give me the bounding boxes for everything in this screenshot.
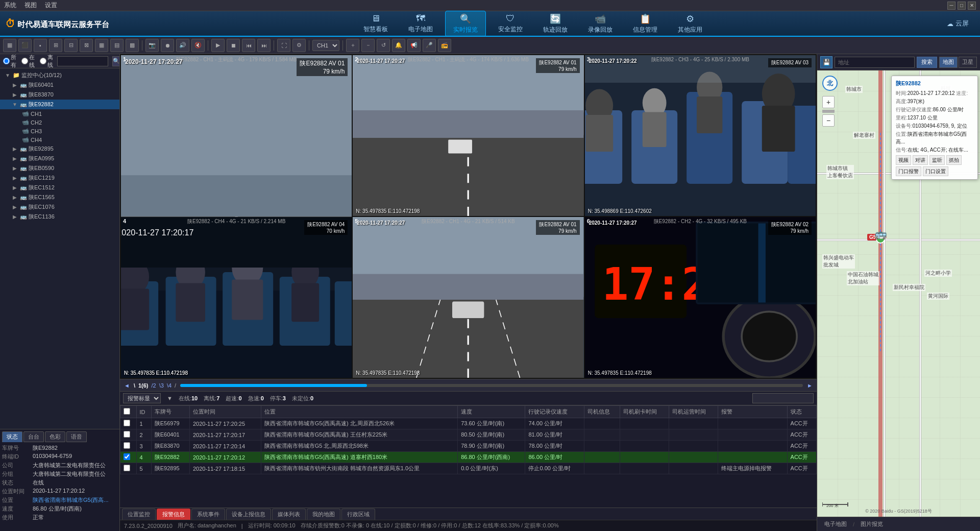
vid-prev-btn[interactable]: ◄	[124, 382, 130, 389]
menu-view[interactable]: 视图	[24, 1, 37, 10]
table-row[interactable]: 1 陕E56979 2020-11-27 17:20:25 陕西省渭南市韩城市G…	[120, 418, 817, 429]
nav-smart-view[interactable]: 🖥 智慧看板	[355, 11, 396, 37]
table-row[interactable]: 3 陕E83870 2020-11-27 17:20:14 陕西省渭南市韩城市G…	[120, 441, 817, 452]
tb-prev[interactable]: ⏮	[242, 39, 255, 52]
tree-toggle-ec1136[interactable]: ▶	[11, 214, 18, 220]
page-1[interactable]: 1(6)	[138, 382, 149, 389]
row-checkbox-2[interactable]	[124, 431, 130, 438]
tb-alarm[interactable]: 🔔	[392, 39, 405, 52]
map-bottom-tab-photos[interactable]: 图片报览	[856, 519, 887, 529]
row-checkbox-5[interactable]	[124, 465, 130, 471]
sidebar-search-button[interactable]: 🔍	[112, 56, 120, 66]
tb-speaker[interactable]: 📢	[407, 39, 421, 52]
tb-play[interactable]: ▶	[211, 39, 225, 52]
row-checkbox-1[interactable]	[124, 420, 130, 426]
info-tab-color[interactable]: 色彩	[45, 431, 65, 442]
map-zoom-in[interactable]: +	[822, 96, 835, 108]
tree-toggle-ec92882[interactable]: ▼	[11, 102, 18, 107]
info-val-pos[interactable]: 陕西省渭南市韩城市G5(西高...	[33, 496, 117, 504]
video-cell-2[interactable]: 2 陕E92882 - CH1 - 主码流 - 4G - 174 KB/S / …	[353, 55, 583, 216]
nav-info-manage[interactable]: 📋 信息管理	[625, 11, 666, 37]
radio-online[interactable]: 在线	[21, 54, 35, 69]
tree-toggle-root[interactable]: ▼	[4, 73, 11, 78]
video-cell-6[interactable]: 17:28	[585, 217, 816, 378]
tb-next[interactable]: ⏭	[257, 39, 271, 52]
info-tab-status[interactable]: 状态	[2, 431, 22, 442]
table-row[interactable]: 5 陕E92895 2020-11-27 17:18:15 陕西省渭南市韩城市钫…	[120, 463, 817, 474]
tree-node-ea0995[interactable]: ▶ 🚌 陕EA0995	[0, 154, 119, 163]
tb-btn-7[interactable]: ▦	[95, 39, 108, 52]
page-3[interactable]: \3	[159, 382, 164, 389]
tb-mute[interactable]: 🔇	[191, 39, 205, 52]
tree-node-ec92882[interactable]: ▼ 🚌 陕E92882	[0, 100, 119, 109]
tree-node-ec1512[interactable]: ▶ 🚌 陕EC1512	[0, 183, 119, 192]
map-zoom-out[interactable]: −	[822, 114, 835, 127]
tb-stop[interactable]: ⏹	[227, 39, 240, 52]
tree-node-ec1219[interactable]: ▶ 🚌 陕EC1219	[0, 173, 119, 183]
tb-add[interactable]: ＋	[346, 39, 359, 52]
close-button[interactable]: ✕	[968, 2, 976, 10]
tree-toggle-ec1076[interactable]: ▶	[11, 204, 18, 210]
tb-btn-9[interactable]: ▩	[126, 39, 139, 52]
map-area[interactable]: 韩城市 科技 解老寨村 坡村 韩城市镇上客餐饮店 韩兴盛电动车批发城 中国石油韩…	[817, 70, 980, 517]
video-cell-4[interactable]: 2020-11-27 17:20:17 4 陕E92882 - CH4 - 4G…	[121, 217, 352, 378]
tree-toggle-ec1565[interactable]: ▶	[11, 195, 18, 200]
tree-node-ec92895[interactable]: ▶ 🚌 陕E92895	[0, 144, 119, 154]
popup-btn-door-settings[interactable]: 门口设置	[923, 166, 948, 176]
tb-ptt[interactable]: 📻	[438, 39, 451, 52]
progress-bar[interactable]	[180, 384, 803, 387]
btab-my-map[interactable]: 我的地图	[307, 509, 340, 520]
tb-fullscreen[interactable]: ⛶	[277, 39, 290, 52]
tb-btn-2[interactable]: ⬛	[18, 39, 32, 52]
table-row-selected[interactable]: 4 陕E92882 2020-11-27 17:20:12 陕西省渭南市韩城市G…	[120, 452, 817, 463]
tb-refresh[interactable]: ↺	[377, 39, 390, 52]
popup-btn-snapshot[interactable]: 抓拍	[946, 155, 962, 165]
menu-settings[interactable]: 设置	[45, 1, 57, 10]
alarm-search-input[interactable]	[752, 393, 814, 403]
row-checkbox-3[interactable]	[124, 442, 130, 449]
tree-toggle-ec1512[interactable]: ▶	[11, 185, 18, 190]
btab-admin-region[interactable]: 行政区域	[341, 509, 375, 520]
tb-btn-6[interactable]: ⊠	[80, 39, 93, 52]
tb-intercom[interactable]: 🎤	[423, 39, 436, 52]
tb-sound[interactable]: 🔊	[176, 39, 189, 52]
cloud-screen-button[interactable]: ☁ 云屏	[941, 17, 975, 30]
tb-snapshot[interactable]: 📷	[145, 39, 159, 52]
nav-realtime[interactable]: 🔍 实时报览	[445, 11, 486, 37]
tb-btn-8[interactable]: ▤	[110, 39, 124, 52]
btab-device-upload[interactable]: 设备上报信息	[226, 509, 271, 520]
map-search-button[interactable]: 搜索	[917, 57, 937, 68]
tree-toggle-ec83870[interactable]: ▶	[11, 92, 18, 98]
gps-pin-vehicle[interactable]: 🚌	[875, 229, 886, 239]
map-save-button[interactable]: 💾	[820, 56, 832, 68]
btab-alarm-info[interactable]: 报警信息	[157, 509, 190, 520]
vid-next-btn[interactable]: ►	[807, 382, 813, 389]
nav-track-back[interactable]: 🔄 轨迹回放	[535, 11, 576, 37]
page-2[interactable]: /2	[152, 382, 156, 389]
tree-node-ch4[interactable]: 📹 CH4	[0, 135, 119, 144]
video-cell-5[interactable]: 5 陕E92882 - CH1 - 4G - 21 KB/S / 514 KB …	[353, 217, 583, 378]
tree-node-ch2[interactable]: 📹 CH2	[0, 118, 119, 127]
tree-toggle-ec1219[interactable]: ▶	[11, 175, 18, 181]
maximize-button[interactable]: □	[958, 2, 966, 10]
btab-system-events[interactable]: 系统事件	[191, 509, 225, 520]
popup-btn-video[interactable]: 视频	[896, 155, 911, 165]
btab-media-list[interactable]: 媒体列表	[272, 509, 306, 520]
tb-record[interactable]: ⏺	[161, 39, 174, 52]
tree-node-ec83870[interactable]: ▶ 🚌 陕E83870	[0, 90, 119, 100]
nav-other-apps[interactable]: ⚙ 其他应用	[670, 11, 710, 37]
tree-toggle-eb0590[interactable]: ▶	[11, 165, 18, 171]
row-checkbox-4[interactable]	[124, 453, 130, 460]
nav-safe-monitor[interactable]: 🛡 安全监控	[490, 11, 531, 37]
info-tab-platform[interactable]: 台台	[23, 431, 44, 442]
map-bottom-tab-emap[interactable]: 电子地图	[820, 519, 851, 529]
page-4[interactable]: \4	[167, 382, 172, 389]
radio-all[interactable]: 所有	[3, 54, 16, 69]
tree-toggle-ec60401[interactable]: ▶	[11, 82, 18, 88]
nav-e-map[interactable]: 🗺 电子地图	[400, 11, 441, 37]
map-search-input[interactable]	[835, 57, 915, 68]
tb-settings[interactable]: ⚙	[292, 39, 306, 52]
btab-location-monitor[interactable]: 位置监控	[122, 509, 156, 520]
table-row[interactable]: 2 陕E60401 2020-11-27 17:20:17 陕西省渭南市韩城市G…	[120, 429, 817, 441]
tree-node-ch3[interactable]: 📹 CH3	[0, 127, 119, 135]
